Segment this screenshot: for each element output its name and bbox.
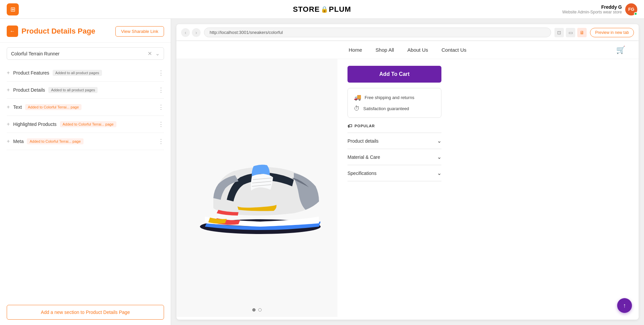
accordion-label-product-details: Product details xyxy=(347,138,379,144)
selector-icons: ✕ ⌄ xyxy=(148,50,160,57)
section-name: Highlighted Products xyxy=(13,122,56,127)
chevron-down-icon[interactable]: ⌄ xyxy=(155,50,160,57)
section-add-icon[interactable]: + xyxy=(7,87,10,93)
store-nav: Home Shop All About Us Contact Us 🛒 xyxy=(176,41,639,59)
product-selector[interactable]: Colorful Terrain Runner ✕ ⌄ xyxy=(7,47,164,60)
section-add-icon[interactable]: + xyxy=(7,70,10,76)
tag-icon: 🏷 xyxy=(347,123,353,129)
satisfaction-text: Satisfaction guaranteed xyxy=(363,106,409,111)
add-section-button[interactable]: Add a new section to Product Details Pag… xyxy=(7,305,164,320)
close-icon[interactable]: ✕ xyxy=(148,50,152,57)
main-layout: ← Product Details Page View Sharable Lin… xyxy=(0,19,644,325)
nav-link-about-us[interactable]: About Us xyxy=(408,47,428,53)
product-image-area xyxy=(176,59,337,317)
topbar: ⊞ STORE🔒PLUM Freddy G Website Admin-Spor… xyxy=(0,0,644,19)
product-area: Add To Cart 🚚 Free shipping and returns … xyxy=(176,59,639,317)
lock-icon: 🔒 xyxy=(321,6,328,13)
back-arrow-icon: ← xyxy=(10,28,15,34)
section-name: Meta xyxy=(13,139,23,144)
chevron-down-icon-3: ⌄ xyxy=(437,170,441,176)
section-item-left: +Product DetailsAdded to all product pag… xyxy=(7,87,98,93)
browser-url-bar[interactable]: http://localhost:3001/sneakers/colorful xyxy=(204,28,551,37)
section-item: +Product DetailsAdded to all product pag… xyxy=(7,82,164,99)
popular-tag: 🏷 POPULAR xyxy=(347,123,441,129)
section-item-left: +MetaAdded to Colorful Terrai... page xyxy=(7,138,84,144)
title-row: ← Product Details Page xyxy=(7,26,95,37)
topbar-logo: STORE🔒PLUM xyxy=(293,5,351,14)
user-info: Freddy G Website Admin-Sports wear store xyxy=(562,4,622,14)
browser-chrome: ‹ › http://localhost:3001/sneakers/color… xyxy=(176,24,639,41)
section-more-options[interactable]: ⋮ xyxy=(158,103,164,111)
accordion-material-care[interactable]: Material & Care ⌄ xyxy=(347,149,441,165)
accordion-label-specifications: Specifications xyxy=(347,171,376,176)
nav-link-home[interactable]: Home xyxy=(349,47,362,53)
accordion-specifications[interactable]: Specifications ⌄ xyxy=(347,165,441,181)
preview-in-new-tab-button[interactable]: Preview in new tab xyxy=(590,28,634,37)
section-item: +TextAdded to Colorful Terrai... page⋮ xyxy=(7,99,164,116)
nav-link-contact-us[interactable]: Contact Us xyxy=(441,47,466,53)
left-header: ← Product Details Page View Sharable Lin… xyxy=(0,19,171,43)
share-link-button[interactable]: View Sharable Link xyxy=(115,26,164,37)
chevron-down-icon-2: ⌄ xyxy=(437,154,441,160)
product-name-display: Colorful Terrain Runner xyxy=(11,51,59,56)
product-image xyxy=(186,124,327,252)
scroll-to-top-button[interactable]: ↑ xyxy=(617,298,632,313)
topbar-right: Freddy G Website Admin-Sports wear store… xyxy=(562,3,637,15)
user-name: Freddy G xyxy=(562,4,622,10)
right-panel: ‹ › http://localhost:3001/sneakers/color… xyxy=(171,19,644,325)
browser-nav: ‹ › xyxy=(181,28,201,37)
section-item-left: +Product FeaturesAdded to all product pa… xyxy=(7,70,102,76)
cart-icon[interactable]: 🛒 xyxy=(616,46,625,54)
section-badge: Added to all product pages xyxy=(53,70,102,76)
popular-label: POPULAR xyxy=(355,124,375,128)
chevron-down-icon-1: ⌄ xyxy=(437,138,441,144)
nav-link-shop-all[interactable]: Shop All xyxy=(376,47,394,53)
tablet-view-button[interactable]: ▭ xyxy=(566,28,575,37)
section-name: Product Features xyxy=(13,70,49,76)
section-more-options[interactable]: ⋮ xyxy=(158,69,164,77)
shipping-row-2: ⏱ Satisfaction guaranteed xyxy=(354,105,435,112)
avatar-initials: FG xyxy=(628,7,634,12)
section-more-options[interactable]: ⋮ xyxy=(158,121,164,128)
desktop-view-button[interactable]: ⊡ xyxy=(554,28,564,37)
section-name: Product Details xyxy=(13,87,45,93)
avatar[interactable]: FG xyxy=(625,3,637,15)
accordion-product-details[interactable]: Product details ⌄ xyxy=(347,133,441,149)
section-item-left: +TextAdded to Colorful Terrai... page xyxy=(7,104,82,110)
popular-section: 🏷 POPULAR Product details ⌄ Material & C… xyxy=(347,123,441,181)
carousel-dot-2[interactable] xyxy=(258,308,262,312)
accordion-label-material-care: Material & Care xyxy=(347,154,380,160)
avatar-online-dot xyxy=(634,12,637,15)
section-badge: Added to Colorful Terrai... page xyxy=(27,138,83,144)
view-toggle-buttons: ⊡ ▭ 🖥 xyxy=(554,28,587,37)
section-item: +Highlighted ProductsAdded to Colorful T… xyxy=(7,116,164,133)
section-more-options[interactable]: ⋮ xyxy=(158,138,164,145)
topbar-left: ⊞ xyxy=(7,3,19,15)
user-role: Website Admin-Sports wear store xyxy=(562,10,622,14)
browser-forward-button[interactable]: › xyxy=(192,28,201,37)
mobile-view-button[interactable]: 🖥 xyxy=(577,28,587,37)
carousel-dot-1[interactable] xyxy=(252,308,256,312)
section-add-icon[interactable]: + xyxy=(7,121,10,127)
section-item: +Product FeaturesAdded to all product pa… xyxy=(7,64,164,82)
section-name: Text xyxy=(13,104,22,110)
section-badge: Added to Colorful Terrai... page xyxy=(60,121,116,127)
section-item-left: +Highlighted ProductsAdded to Colorful T… xyxy=(7,121,116,127)
browser-content: Home Shop All About Us Contact Us 🛒 xyxy=(176,41,639,320)
logo-text-plum: PLUM xyxy=(329,5,351,14)
carousel-dots xyxy=(252,308,262,312)
section-add-icon[interactable]: + xyxy=(7,104,10,110)
free-shipping-text: Free shipping and returns xyxy=(365,95,414,100)
section-badge: Added to all product pages xyxy=(48,87,98,93)
add-to-cart-button[interactable]: Add To Cart xyxy=(347,66,441,83)
shipping-box: 🚚 Free shipping and returns ⏱ Satisfacti… xyxy=(347,88,441,118)
back-button[interactable]: ← xyxy=(7,26,18,37)
logo-text-store: STORE xyxy=(293,5,320,14)
section-badge: Added to Colorful Terrai... page xyxy=(25,104,82,110)
clock-icon: ⏱ xyxy=(354,105,360,112)
sections-list: +Product FeaturesAdded to all product pa… xyxy=(0,64,171,299)
section-add-icon[interactable]: + xyxy=(7,138,10,144)
section-more-options[interactable]: ⋮ xyxy=(158,86,164,94)
app-icon[interactable]: ⊞ xyxy=(7,3,19,15)
browser-back-button[interactable]: ‹ xyxy=(181,28,190,37)
